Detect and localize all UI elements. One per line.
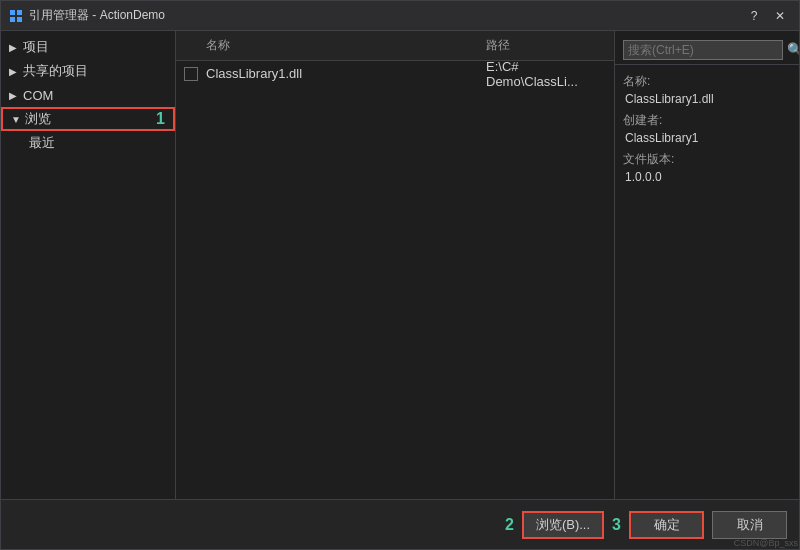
search-input[interactable] <box>623 40 783 60</box>
sidebar: ▶ 项目 ▶ 共享的项目 ▶ COM ▼ 浏览 1 最近 <box>1 31 176 499</box>
arrow-icon-com: ▶ <box>9 90 23 101</box>
table-row[interactable]: ClassLibrary1.dll E:\C# Demo\ClassLi... <box>176 61 614 87</box>
svg-rect-3 <box>17 17 22 22</box>
row-checkbox[interactable] <box>184 67 198 81</box>
sidebar-label-recent: 最近 <box>29 134 167 152</box>
cancel-button[interactable]: 取消 <box>712 511 787 539</box>
footer-number-2: 2 <box>505 516 514 534</box>
arrow-icon-browse: ▼ <box>11 114 25 125</box>
creator-value: ClassLibrary1 <box>623 131 791 145</box>
footer-number-3: 3 <box>612 516 621 534</box>
header-path-col: 路径 <box>486 37 606 54</box>
row-name-cell: ClassLibrary1.dll <box>206 66 486 81</box>
search-area: 🔍 <box>615 35 799 65</box>
row-checkbox-cell[interactable] <box>184 67 206 81</box>
search-icon[interactable]: 🔍 <box>787 42 799 57</box>
svg-rect-1 <box>17 10 22 15</box>
creator-label: 创建者: <box>623 112 791 129</box>
sidebar-label-shared: 共享的项目 <box>23 62 167 80</box>
sidebar-label-browse: 浏览 <box>25 110 156 128</box>
version-label: 文件版本: <box>623 151 791 168</box>
sidebar-item-shared[interactable]: ▶ 共享的项目 <box>1 59 175 83</box>
help-button[interactable]: ? <box>743 7 765 25</box>
app-icon <box>9 9 23 23</box>
sidebar-item-projects[interactable]: ▶ 项目 <box>1 35 175 59</box>
sidebar-item-com[interactable]: ▶ COM <box>1 83 175 107</box>
content-area: ▶ 项目 ▶ 共享的项目 ▶ COM ▼ 浏览 1 最近 <box>1 31 799 499</box>
sidebar-label-com: COM <box>23 88 167 103</box>
main-window: 引用管理器 - ActionDemo ? ✕ ▶ 项目 ▶ 共享的项目 ▶ CO… <box>0 0 800 550</box>
window-title: 引用管理器 - ActionDemo <box>29 7 165 24</box>
row-path-cell: E:\C# Demo\ClassLi... <box>486 61 606 89</box>
name-value: ClassLibrary1.dll <box>623 92 791 106</box>
svg-rect-2 <box>10 17 15 22</box>
detail-section: 名称: ClassLibrary1.dll 创建者: ClassLibrary1… <box>615 65 799 198</box>
main-table-area: 名称 路径 ClassLibrary1.dll E:\C# Demo\Class… <box>176 31 614 499</box>
title-bar-controls: ? ✕ <box>743 7 791 25</box>
version-value: 1.0.0.0 <box>623 170 791 184</box>
svg-rect-0 <box>10 10 15 15</box>
detail-panel: 🔍 名称: ClassLibrary1.dll 创建者: ClassLibrar… <box>614 31 799 499</box>
close-button[interactable]: ✕ <box>769 7 791 25</box>
name-label: 名称: <box>623 73 791 90</box>
table-body: ClassLibrary1.dll E:\C# Demo\ClassLi... <box>176 61 614 499</box>
table-header: 名称 路径 <box>176 31 614 61</box>
sidebar-label-projects: 项目 <box>23 38 167 56</box>
sidebar-item-recent[interactable]: 最近 <box>1 131 175 155</box>
sidebar-item-browse[interactable]: ▼ 浏览 1 <box>1 107 175 131</box>
footer: 2 浏览(B)... 3 确定 取消 <box>1 499 799 549</box>
browse-button[interactable]: 浏览(B)... <box>522 511 604 539</box>
header-name-col: 名称 <box>206 37 486 54</box>
arrow-icon-shared: ▶ <box>9 66 23 77</box>
arrow-icon-projects: ▶ <box>9 42 23 53</box>
ok-button[interactable]: 确定 <box>629 511 704 539</box>
browse-number-badge: 1 <box>156 110 165 128</box>
title-bar-left: 引用管理器 - ActionDemo <box>9 7 165 24</box>
title-bar: 引用管理器 - ActionDemo ? ✕ <box>1 1 799 31</box>
